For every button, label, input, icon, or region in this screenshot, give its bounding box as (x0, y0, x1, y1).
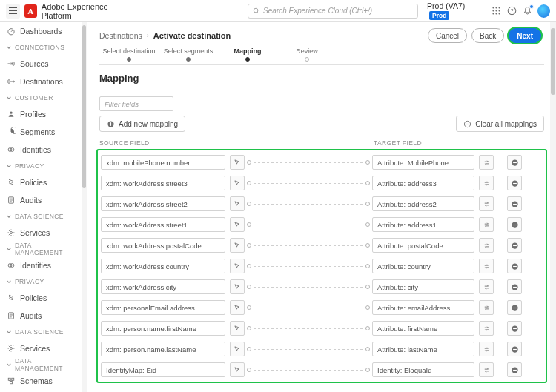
sidebar-group-customer[interactable]: CUSTOMER (0, 90, 87, 105)
swap-mapping-button[interactable] (479, 321, 494, 336)
remove-mapping-button[interactable] (507, 342, 522, 356)
source-field-cell[interactable]: xdm: workAddress.street3 (101, 176, 225, 190)
remove-mapping-button[interactable] (507, 176, 522, 190)
target-field-cell[interactable]: Attribute: MobilePhone (372, 155, 474, 170)
remove-mapping-button[interactable] (507, 300, 522, 315)
search-input[interactable]: Search Experience Cloud (Ctrl+/) (248, 4, 418, 19)
source-field-picker-button[interactable] (230, 217, 245, 232)
next-button[interactable]: Next (509, 28, 541, 43)
remove-mapping-button[interactable] (507, 259, 522, 273)
target-field-cell[interactable]: Attribute: address2 (372, 196, 474, 211)
swap-mapping-button[interactable] (479, 342, 494, 356)
sidebar-item-services[interactable]: Services (0, 224, 87, 242)
segments-icon (6, 127, 16, 137)
remove-mapping-button[interactable] (507, 279, 522, 294)
sidebar-group-data-management[interactable]: DATA MANAGEMENT (0, 242, 87, 256)
sidebar-item-destinations[interactable]: Destinations (0, 73, 87, 90)
source-field-cell[interactable]: xdm: mobilePhone.number (101, 155, 225, 170)
filter-fields-input[interactable]: Filter fields (99, 96, 173, 111)
swap-mapping-button[interactable] (479, 300, 494, 315)
target-field-cell[interactable]: Attribute: firstName (372, 321, 474, 336)
swap-mapping-button[interactable] (479, 279, 494, 294)
main-scrollbar[interactable] (550, 22, 556, 392)
source-field-cell[interactable]: xdm: personalEmail.address (101, 300, 225, 315)
target-field-cell[interactable]: Identity: EloquaId (372, 362, 474, 377)
clear-all-mappings-button[interactable]: Clear all mappings (456, 116, 544, 132)
source-field-cell[interactable]: IdentityMap: Eid (101, 362, 225, 377)
sidebar-scrollbar[interactable] (82, 22, 87, 392)
source-field-picker-button[interactable] (230, 176, 245, 190)
source-field-cell[interactable]: xdm: workAddress.city (101, 279, 225, 294)
remove-mapping-button[interactable] (507, 196, 522, 211)
cancel-button[interactable]: Cancel (428, 28, 467, 43)
sidebar-item-services[interactable]: Services (0, 339, 87, 357)
sidebar-item-profiles[interactable]: Profiles (0, 105, 87, 123)
remove-mapping-button[interactable] (507, 362, 522, 377)
swap-mapping-button[interactable] (479, 155, 494, 170)
source-field-cell[interactable]: xdm: person.name.firstName (101, 321, 225, 336)
target-field-cell[interactable]: Attribute: city (372, 279, 474, 294)
app-switcher-icon[interactable] (491, 5, 502, 17)
sidebar-group-data-science[interactable]: DATA SCIENCE (0, 325, 87, 339)
source-field-cell[interactable]: xdm: workAddress.street2 (101, 196, 225, 211)
sidebar-group-data-management[interactable]: DATA MANAGEMENT (0, 357, 87, 372)
sidebar-item-audits[interactable]: Audits (0, 307, 87, 325)
source-field-picker-button[interactable] (230, 238, 245, 253)
source-field-cell[interactable]: xdm: person.name.lastName (101, 342, 225, 356)
sidebar-item-policies[interactable]: Policies (0, 289, 87, 307)
svg-point-3 (495, 7, 497, 8)
step-select-destination[interactable]: Select destination (99, 47, 159, 62)
notifications-icon[interactable] (522, 5, 533, 17)
org-switcher[interactable]: Prod (VA7) Prod (427, 1, 486, 20)
swap-mapping-button[interactable] (479, 259, 494, 273)
source-field-cell[interactable]: xdm: workAddress.street1 (101, 217, 225, 232)
sidebar-group-privacy[interactable]: PRIVACY (0, 159, 87, 173)
sidebar-item-identities[interactable]: Identities (0, 141, 87, 159)
sidebar-item-schemas[interactable]: Schemas (0, 372, 87, 390)
source-field-cell[interactable]: xdm: workAddress.postalCode (101, 238, 225, 253)
step-review[interactable]: Review (277, 47, 337, 62)
add-new-mapping-button[interactable]: Add new mapping (99, 116, 185, 132)
swap-mapping-button[interactable] (479, 238, 494, 253)
sidebar-group-data-science[interactable]: DATA SCIENCE (0, 209, 87, 224)
back-button[interactable]: Back (471, 28, 504, 43)
sidebar-item-dashboards[interactable]: Dashboards (0, 22, 87, 40)
source-field-picker-button[interactable] (230, 279, 245, 294)
remove-mapping-button[interactable] (507, 155, 522, 170)
swap-mapping-button[interactable] (479, 176, 494, 190)
target-field-cell[interactable]: Attribute: address1 (372, 217, 474, 232)
breadcrumb-destinations[interactable]: Destinations (99, 31, 142, 40)
source-field-picker-button[interactable] (230, 342, 245, 356)
swap-mapping-button[interactable] (479, 217, 494, 232)
step-select-segments[interactable]: Select segments (159, 47, 218, 62)
target-field-cell[interactable]: Attribute: country (372, 259, 474, 273)
sidebar-item-segments[interactable]: Segments (0, 123, 87, 141)
avatar[interactable] (537, 4, 550, 18)
sidebar-item-audits[interactable]: Audits (0, 191, 87, 209)
help-icon[interactable]: ? (506, 5, 517, 17)
sidebar-item-sources[interactable]: Sources (0, 55, 87, 73)
sidebar-group-label: DATA MANAGEMENT (15, 242, 81, 256)
sidebar-group-privacy[interactable]: PRIVACY (0, 274, 87, 289)
step-mapping[interactable]: Mapping (218, 47, 277, 62)
source-field-cell[interactable]: xdm: workAddress.country (101, 259, 225, 273)
target-field-cell[interactable]: Attribute: lastName (372, 342, 474, 356)
target-field-cell[interactable]: Attribute: postalCode (372, 238, 474, 253)
sidebar-group-connections[interactable]: CONNECTIONS (0, 40, 87, 55)
source-field-picker-button[interactable] (230, 321, 245, 336)
source-field-picker-button[interactable] (230, 362, 245, 377)
sidebar-item-identities[interactable]: Identities (0, 256, 87, 274)
swap-mapping-button[interactable] (479, 362, 494, 377)
remove-mapping-button[interactable] (507, 217, 522, 232)
swap-mapping-button[interactable] (479, 196, 494, 211)
source-field-picker-button[interactable] (230, 300, 245, 315)
hamburger-menu-button[interactable] (6, 4, 20, 19)
source-field-picker-button[interactable] (230, 196, 245, 211)
source-field-picker-button[interactable] (230, 259, 245, 273)
remove-mapping-button[interactable] (507, 238, 522, 253)
remove-mapping-button[interactable] (507, 321, 522, 336)
sidebar-item-policies[interactable]: Policies (0, 173, 87, 191)
source-field-picker-button[interactable] (230, 155, 245, 170)
target-field-cell[interactable]: Attribute: emailAddress (372, 300, 474, 315)
target-field-cell[interactable]: Attribute: address3 (372, 176, 474, 190)
